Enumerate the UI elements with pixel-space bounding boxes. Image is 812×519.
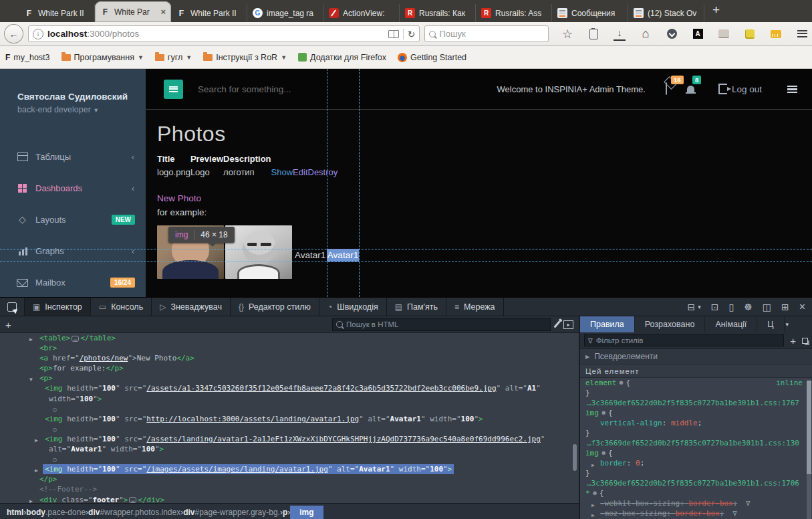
gear-icon[interactable]: ☸ bbox=[601, 449, 605, 457]
ellipsis-pill-icon[interactable]: … bbox=[129, 497, 136, 503]
stylesheet-source-link[interactable]: …3c3669def6522d0b2f5f835c0727ba1be301b1.… bbox=[580, 398, 812, 408]
breadcrumb-item[interactable]: html bbox=[7, 508, 23, 517]
responsive-icon[interactable]: ▯ bbox=[728, 302, 734, 312]
browser-tab[interactable]: White Park II bbox=[171, 4, 247, 22]
bookmark-item[interactable]: Getting Started bbox=[398, 53, 466, 62]
browser-tab[interactable]: ActionView: bbox=[323, 4, 400, 22]
css-rule-selector[interactable]: img☸{ bbox=[580, 448, 812, 458]
adblock-a-icon[interactable] bbox=[692, 28, 704, 40]
sidebar-item-dashboards[interactable]: Dashboards‹ bbox=[0, 173, 146, 204]
close-icon[interactable]: × bbox=[799, 301, 805, 313]
show-link[interactable]: Show bbox=[271, 167, 293, 177]
scrollbar-thumb[interactable] bbox=[807, 381, 811, 474]
markup-view-icon[interactable]: ▸ bbox=[563, 320, 573, 329]
markup-line[interactable]: <p>for example:</p> bbox=[0, 363, 579, 373]
markup-line[interactable]: ▶<img heidth="100" src="/images/assets/i… bbox=[0, 464, 579, 474]
pseudo-elements-section[interactable]: ▶ Псевдоелементи bbox=[580, 349, 812, 365]
reload-icon[interactable]: ↻ bbox=[408, 29, 416, 39]
markup-line[interactable]: <!--Footer--> bbox=[0, 484, 579, 494]
markup-line[interactable]: ○ bbox=[0, 454, 579, 464]
markup-line[interactable]: ○ bbox=[0, 424, 579, 434]
breadcrumb-item[interactable]: div#wrapper.photos.index bbox=[88, 508, 180, 517]
markup-line[interactable]: </p> bbox=[0, 474, 579, 484]
css-property[interactable]: ▶border: 0; bbox=[580, 458, 812, 468]
css-property[interactable]: ▶-webkit-box-sizing: border-box;∇ bbox=[580, 498, 812, 508]
markup-line[interactable]: ▶<div class="footer">…</div> bbox=[0, 495, 579, 504]
devtools-tab-Швидкодія[interactable]: ◔Швидкодія bbox=[319, 298, 387, 316]
app-search-input[interactable]: Search for something... bbox=[198, 84, 483, 94]
messages-button[interactable]: 16 bbox=[666, 83, 667, 95]
markup-line[interactable]: ▼<p> bbox=[0, 373, 579, 383]
breadcrumb-item[interactable]: img bbox=[290, 506, 323, 519]
dock-icon[interactable]: ⊟ bbox=[687, 302, 695, 312]
markup-line[interactable]: alt="Avatar1" width="100"> bbox=[0, 444, 579, 454]
addon-ruler-icon[interactable] bbox=[770, 28, 782, 40]
settings-icon[interactable]: ☸ bbox=[744, 302, 753, 312]
bookmark-item[interactable]: Програмування▼ bbox=[61, 53, 144, 62]
sidebar-item-layouts[interactable]: ◇LayoutsNEW bbox=[0, 204, 146, 235]
ellipsis-pill-icon[interactable]: … bbox=[72, 336, 79, 342]
css-rule-selector[interactable]: img☸{ bbox=[580, 408, 812, 418]
bookmark-item[interactable]: Інструкції з RoR▼ bbox=[203, 53, 287, 62]
url-text[interactable]: localhost:3000/photos bbox=[47, 29, 384, 39]
star-icon[interactable]: ☆ bbox=[561, 28, 573, 40]
bookmarks-panel-icon[interactable] bbox=[587, 28, 599, 40]
markup-line[interactable]: <a href="/photos/new">New Photo</a> bbox=[0, 353, 579, 363]
rule-source-link[interactable]: inline bbox=[776, 378, 803, 388]
css-rule-selector[interactable]: *☸{ bbox=[580, 488, 812, 498]
pocket-icon[interactable] bbox=[666, 28, 678, 40]
markup-line[interactable]: ▶<img heidth="100" src="/assets/landing/… bbox=[0, 434, 579, 444]
browser-tab[interactable]: (12) Stack Ov bbox=[628, 4, 704, 22]
sidebar-item-таблицы[interactable]: Таблицы‹ bbox=[0, 141, 146, 173]
browser-tab[interactable]: White Par× bbox=[95, 1, 171, 22]
destroy-link[interactable]: Destroy bbox=[308, 167, 338, 177]
eyedropper-icon[interactable] bbox=[553, 320, 560, 328]
menu-icon[interactable] bbox=[796, 28, 808, 40]
all-tabs-icon[interactable]: ▾ bbox=[786, 321, 789, 328]
stylesheet-source-link[interactable]: …3c3669def6522d0b2f5f835c0727ba1be301b1.… bbox=[580, 478, 812, 488]
devtools-tab-Консоль[interactable]: ▭Консоль bbox=[91, 298, 152, 316]
sidebar-tab-Розраховано[interactable]: Розраховано bbox=[635, 316, 706, 332]
url-bar[interactable]: localhost:3000/photos ↻ bbox=[28, 25, 420, 42]
bookmark-item[interactable]: my_host3 bbox=[5, 53, 50, 62]
browser-tab[interactable]: image_tag ra bbox=[247, 4, 323, 22]
download-icon[interactable]: ↓ bbox=[614, 27, 626, 41]
html-search-input[interactable]: Пошук в HTML bbox=[332, 318, 551, 331]
add-node-button[interactable]: + bbox=[5, 319, 11, 330]
filter-styles-input[interactable]: ∇ Фільтр стилів bbox=[584, 334, 784, 346]
add-rule-button[interactable]: + bbox=[790, 335, 796, 346]
browser-tab[interactable]: Rusrails: Как bbox=[400, 4, 476, 22]
sidebar-tab-Правила[interactable]: Правила bbox=[580, 316, 635, 332]
browser-tab[interactable]: Сообщения bbox=[552, 4, 628, 22]
css-rule-selector[interactable]: element☸{inline bbox=[580, 378, 812, 388]
new-tab-button[interactable]: + bbox=[704, 3, 728, 20]
expand-arrow-icon[interactable]: ▶ bbox=[591, 510, 595, 519]
addon-yellow-icon[interactable] bbox=[744, 28, 756, 40]
browser-search-input[interactable]: Пошук bbox=[424, 25, 549, 42]
gear-icon[interactable]: ☸ bbox=[601, 409, 605, 417]
css-property[interactable]: ▶-moz-box-sizing: border-box;∇ bbox=[580, 508, 812, 518]
back-button[interactable]: ← bbox=[4, 24, 23, 43]
element-picker-button[interactable] bbox=[0, 298, 25, 316]
bookmark-item[interactable]: гугл▼ bbox=[155, 53, 192, 62]
notifications-button[interactable]: 8 bbox=[687, 83, 694, 95]
reader-mode-icon[interactable] bbox=[388, 30, 399, 38]
split-console-icon[interactable]: ⊡ bbox=[711, 302, 719, 312]
gear-icon[interactable]: ☸ bbox=[593, 490, 597, 497]
devtools-tab-Редактор стилю[interactable]: {}Редактор стилю bbox=[231, 298, 319, 316]
markup-line[interactable]: ▶<table>…</table> bbox=[0, 333, 579, 343]
breadcrumb-item[interactable]: body.pace-done bbox=[26, 508, 86, 517]
browser-tab[interactable]: White Park II bbox=[19, 4, 95, 22]
devtools-tab-Зневаджувач[interactable]: ▷Зневаджувач bbox=[152, 298, 231, 316]
edit-link[interactable]: Edit bbox=[293, 167, 307, 177]
user-role-dropdown[interactable]: back-end developer ▼ bbox=[17, 105, 146, 114]
list-toggle-icon[interactable] bbox=[787, 86, 797, 93]
markup-line[interactable]: ○ bbox=[0, 404, 579, 414]
new-photo-link[interactable]: New Photo bbox=[157, 193, 201, 203]
breadcrumb-item[interactable]: p bbox=[283, 508, 287, 517]
browser-tab[interactable]: Rusrails: Ass bbox=[476, 4, 552, 22]
devtools-tab-Інспектор[interactable]: ▣Інспектор bbox=[25, 298, 91, 316]
logout-button[interactable]: Log out bbox=[718, 84, 762, 94]
scrollbar-thumb[interactable] bbox=[573, 444, 577, 471]
markup-line[interactable]: <img heidth="100" src="/assets/a1-3347c5… bbox=[0, 383, 579, 393]
